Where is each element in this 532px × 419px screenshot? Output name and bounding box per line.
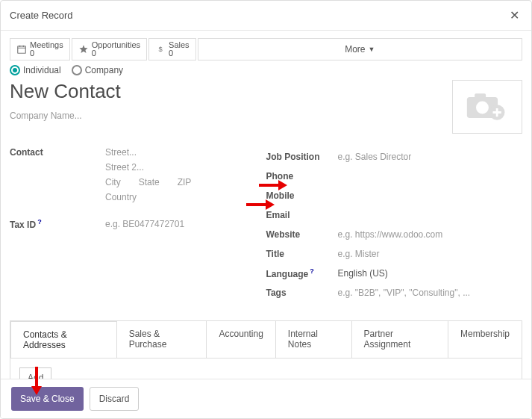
tab-accounting[interactable]: Accounting [207, 321, 275, 358]
city-input[interactable]: City [105, 177, 121, 187]
tab-partner-assignment[interactable]: Partner Assignment [352, 321, 448, 358]
calendar-icon [16, 44, 27, 55]
stat-meetings-label: Meetings [30, 41, 63, 49]
discard-button[interactable]: Discard [90, 387, 140, 411]
stat-opps-count: 0 [92, 49, 140, 58]
title-input[interactable]: e.g. Mister [338, 249, 380, 259]
stat-more-label: More [345, 44, 365, 55]
label-title: Title [266, 249, 338, 259]
stat-meetings[interactable]: Meetings 0 [10, 38, 70, 60]
country-input[interactable]: Country [105, 192, 191, 202]
stat-sales-count: 0 [169, 49, 190, 58]
radio-company[interactable]: Company [72, 65, 123, 75]
street2-input[interactable]: Street 2... [105, 162, 191, 173]
tab-sales-purchase[interactable]: Sales & Purchase [117, 321, 207, 358]
label-website: Website [266, 229, 338, 240]
contact-tabs: Contacts & Addresses Sales & Purchase Ac… [10, 320, 522, 358]
tags-input[interactable]: e.g. "B2B", "VIP", "Consulting", ... [338, 288, 471, 298]
tab-internal-notes[interactable]: Internal Notes [276, 321, 352, 358]
language-select[interactable]: English (US) [338, 268, 388, 279]
stat-meetings-count: 0 [30, 49, 63, 58]
modal-header: Create Record ✕ [1, 1, 531, 31]
modal-title: Create Record [10, 10, 73, 21]
label-phone: Phone [266, 171, 338, 181]
help-icon[interactable]: ? [37, 218, 42, 226]
image-upload[interactable] [452, 80, 522, 134]
label-contact: Contact [10, 147, 105, 158]
caret-down-icon: ▼ [369, 46, 375, 53]
stat-opportunities[interactable]: Opportunities 0 [72, 38, 147, 60]
stat-sales[interactable]: $ Sales 0 [148, 38, 196, 60]
label-email: Email [266, 210, 338, 220]
tab-membership[interactable]: Membership [448, 321, 522, 358]
create-record-modal: Create Record ✕ Meetings 0 Opportunities [0, 0, 532, 419]
radio-individual[interactable]: Individual [10, 65, 61, 75]
taxid-input[interactable]: e.g. BE0477472701 [105, 219, 184, 229]
label-job: Job Position [266, 152, 338, 162]
stat-more[interactable]: More ▼ [198, 38, 522, 60]
radio-circle-icon [72, 65, 82, 75]
stat-opps-label: Opportunities [92, 41, 140, 49]
modal-footer: Save & Close Discard [1, 379, 531, 418]
label-tags: Tags [266, 288, 338, 298]
zip-input[interactable]: ZIP [178, 177, 192, 187]
contact-name-input[interactable]: New Contact [10, 80, 121, 103]
company-name-input[interactable]: Company Name... [10, 111, 121, 121]
label-taxid: Tax ID? [10, 218, 105, 230]
close-icon[interactable]: ✕ [507, 7, 522, 24]
radio-individual-label: Individual [23, 65, 61, 75]
star-icon [78, 44, 89, 55]
radio-dot-icon [10, 65, 20, 75]
svg-rect-0 [18, 46, 26, 53]
company-type-radiogroup: Individual Company [10, 65, 522, 75]
radio-company-label: Company [85, 65, 123, 75]
job-input[interactable]: e.g. Sales Director [338, 152, 412, 162]
svg-point-7 [476, 102, 489, 114]
state-input[interactable]: State [139, 177, 160, 187]
website-input[interactable]: e.g. https://www.odoo.com [338, 229, 443, 240]
tab-contacts-addresses[interactable]: Contacts & Addresses [10, 321, 117, 358]
dollar-icon: $ [155, 44, 166, 55]
save-close-button[interactable]: Save & Close [11, 387, 84, 411]
svg-text:$: $ [158, 46, 163, 53]
label-mobile: Mobile [266, 190, 338, 201]
svg-rect-6 [475, 93, 486, 99]
help-icon[interactable]: ? [310, 267, 314, 275]
camera-add-icon [465, 89, 510, 125]
label-language: Language? [266, 267, 338, 279]
street-input[interactable]: Street... [105, 147, 191, 158]
stat-buttons: Meetings 0 Opportunities 0 $ Sales [10, 38, 522, 60]
